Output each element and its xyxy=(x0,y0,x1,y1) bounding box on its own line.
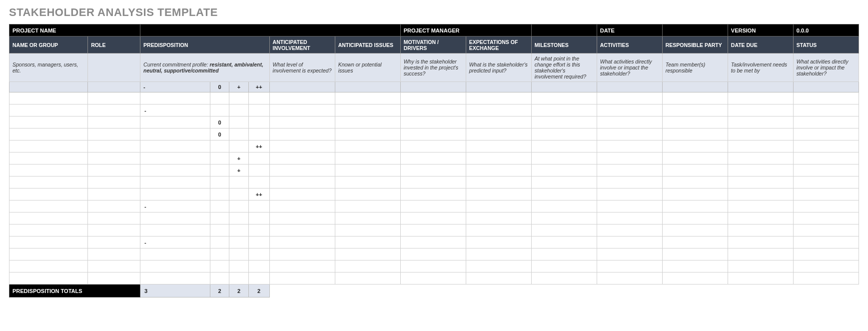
table-cell[interactable] xyxy=(728,224,793,236)
table-cell[interactable] xyxy=(269,152,335,164)
table-cell[interactable] xyxy=(140,164,210,176)
table-cell[interactable] xyxy=(466,176,531,188)
table-cell[interactable] xyxy=(140,152,210,164)
table-cell[interactable] xyxy=(531,128,597,140)
table-cell[interactable] xyxy=(466,128,531,140)
table-cell[interactable] xyxy=(210,236,229,248)
table-cell[interactable] xyxy=(9,248,88,260)
table-cell[interactable] xyxy=(793,200,859,212)
table-cell[interactable]: ++ xyxy=(248,188,269,200)
table-cell[interactable] xyxy=(9,140,88,152)
table-cell[interactable] xyxy=(9,272,88,284)
table-cell[interactable] xyxy=(531,224,597,236)
table-cell[interactable] xyxy=(400,104,466,116)
table-cell[interactable] xyxy=(793,164,859,176)
table-cell[interactable] xyxy=(597,140,662,152)
table-cell[interactable] xyxy=(531,116,597,128)
table-cell[interactable] xyxy=(662,188,728,200)
table-cell[interactable] xyxy=(229,212,248,224)
table-cell[interactable] xyxy=(9,116,88,128)
table-cell[interactable] xyxy=(662,116,728,128)
table-cell[interactable] xyxy=(210,212,229,224)
table-cell[interactable] xyxy=(400,260,466,272)
table-cell[interactable] xyxy=(662,236,728,248)
table-cell[interactable] xyxy=(140,140,210,152)
table-cell[interactable] xyxy=(88,164,140,176)
table-cell[interactable] xyxy=(269,188,335,200)
table-cell[interactable] xyxy=(597,236,662,248)
table-cell[interactable] xyxy=(728,200,793,212)
table-cell[interactable] xyxy=(210,188,229,200)
table-cell[interactable] xyxy=(210,224,229,236)
table-cell[interactable] xyxy=(229,236,248,248)
table-cell[interactable] xyxy=(662,260,728,272)
table-cell[interactable] xyxy=(597,212,662,224)
table-cell[interactable] xyxy=(335,188,400,200)
table-cell[interactable] xyxy=(531,176,597,188)
table-cell[interactable] xyxy=(793,236,859,248)
table-cell[interactable] xyxy=(793,260,859,272)
table-cell[interactable] xyxy=(335,128,400,140)
table-cell[interactable] xyxy=(466,272,531,284)
table-cell[interactable] xyxy=(248,272,269,284)
table-cell[interactable] xyxy=(400,116,466,128)
table-cell[interactable] xyxy=(531,152,597,164)
table-cell[interactable] xyxy=(335,104,400,116)
table-cell[interactable] xyxy=(269,260,335,272)
table-cell[interactable]: - xyxy=(140,236,210,248)
table-cell[interactable] xyxy=(793,92,859,104)
table-cell[interactable] xyxy=(400,176,466,188)
table-cell[interactable] xyxy=(248,260,269,272)
table-cell[interactable] xyxy=(248,152,269,164)
table-cell[interactable] xyxy=(531,272,597,284)
table-cell[interactable] xyxy=(466,200,531,212)
table-cell[interactable] xyxy=(662,152,728,164)
project-name-value[interactable] xyxy=(140,24,401,36)
table-cell[interactable] xyxy=(400,164,466,176)
project-manager-value[interactable] xyxy=(531,24,597,36)
table-cell[interactable] xyxy=(531,104,597,116)
table-cell[interactable] xyxy=(466,248,531,260)
table-cell[interactable] xyxy=(210,92,229,104)
table-cell[interactable] xyxy=(140,260,210,272)
table-cell[interactable] xyxy=(140,272,210,284)
table-cell[interactable] xyxy=(229,224,248,236)
table-cell[interactable] xyxy=(9,224,88,236)
table-cell[interactable] xyxy=(793,140,859,152)
table-cell[interactable] xyxy=(248,200,269,212)
table-cell[interactable] xyxy=(597,188,662,200)
table-cell[interactable] xyxy=(88,92,140,104)
table-cell[interactable] xyxy=(269,92,335,104)
table-cell[interactable] xyxy=(400,92,466,104)
table-cell[interactable] xyxy=(269,104,335,116)
table-cell[interactable] xyxy=(400,188,466,200)
table-cell[interactable] xyxy=(531,188,597,200)
table-cell[interactable] xyxy=(269,272,335,284)
table-cell[interactable] xyxy=(597,104,662,116)
table-cell[interactable] xyxy=(269,224,335,236)
table-cell[interactable] xyxy=(400,200,466,212)
table-cell[interactable] xyxy=(248,248,269,260)
table-cell[interactable] xyxy=(140,248,210,260)
table-cell[interactable] xyxy=(662,104,728,116)
table-cell[interactable] xyxy=(466,104,531,116)
table-cell[interactable] xyxy=(662,200,728,212)
table-cell[interactable] xyxy=(248,92,269,104)
table-cell[interactable] xyxy=(466,116,531,128)
table-cell[interactable] xyxy=(88,188,140,200)
table-cell[interactable] xyxy=(9,212,88,224)
table-cell[interactable] xyxy=(269,140,335,152)
table-cell[interactable] xyxy=(269,200,335,212)
table-cell[interactable] xyxy=(728,260,793,272)
table-cell[interactable] xyxy=(466,260,531,272)
table-cell[interactable] xyxy=(269,212,335,224)
table-cell[interactable] xyxy=(531,92,597,104)
table-cell[interactable] xyxy=(269,236,335,248)
table-cell[interactable] xyxy=(728,128,793,140)
table-cell[interactable] xyxy=(210,200,229,212)
table-cell[interactable] xyxy=(210,140,229,152)
table-cell[interactable] xyxy=(728,164,793,176)
table-cell[interactable] xyxy=(728,152,793,164)
table-cell[interactable] xyxy=(9,104,88,116)
table-cell[interactable] xyxy=(597,200,662,212)
